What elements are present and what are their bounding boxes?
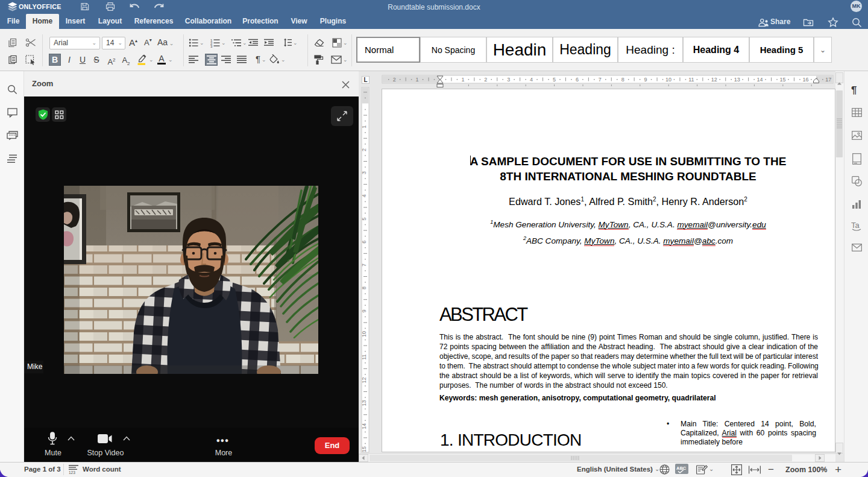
svg-text:3: 3 — [210, 45, 213, 48]
svg-text:13: 13 — [361, 400, 367, 406]
svg-text:15: 15 — [361, 446, 367, 452]
svg-text:9: 9 — [361, 309, 367, 312]
svg-text:11: 11 — [688, 77, 694, 83]
svg-text:14: 14 — [757, 77, 763, 83]
svg-text:7: 7 — [599, 77, 602, 83]
svg-text:8: 8 — [621, 77, 624, 83]
svg-text:ABC: ABC — [676, 466, 687, 471]
svg-text:12: 12 — [711, 77, 717, 83]
svg-text:11: 11 — [361, 355, 367, 360]
svg-text:1: 1 — [416, 77, 419, 83]
svg-text:8: 8 — [361, 286, 367, 289]
svg-text:3: 3 — [361, 171, 367, 174]
svg-text:6: 6 — [361, 241, 367, 244]
svg-text:123: 123 — [69, 470, 75, 474]
svg-text:10: 10 — [665, 77, 671, 83]
svg-text:4: 4 — [361, 194, 367, 197]
svg-text:7: 7 — [361, 264, 367, 267]
svg-text:5: 5 — [553, 77, 556, 83]
svg-text:3: 3 — [507, 77, 510, 83]
svg-text:5: 5 — [361, 217, 367, 220]
svg-text:1: 1 — [361, 125, 367, 128]
svg-text:9: 9 — [644, 77, 647, 83]
svg-text:Ta: Ta — [851, 221, 860, 230]
svg-text:14: 14 — [361, 423, 367, 429]
svg-text:6: 6 — [576, 77, 579, 83]
svg-text:2: 2 — [361, 148, 367, 151]
svg-text:4: 4 — [530, 77, 533, 83]
svg-text:2: 2 — [393, 77, 396, 83]
svg-text:15: 15 — [779, 77, 785, 83]
svg-text:10: 10 — [361, 331, 367, 337]
svg-text:17: 17 — [825, 77, 831, 83]
svg-text:2: 2 — [484, 77, 487, 83]
svg-text:12: 12 — [361, 377, 367, 383]
svg-text:16: 16 — [802, 77, 808, 83]
svg-text:1: 1 — [461, 77, 464, 83]
svg-text:13: 13 — [734, 77, 740, 83]
